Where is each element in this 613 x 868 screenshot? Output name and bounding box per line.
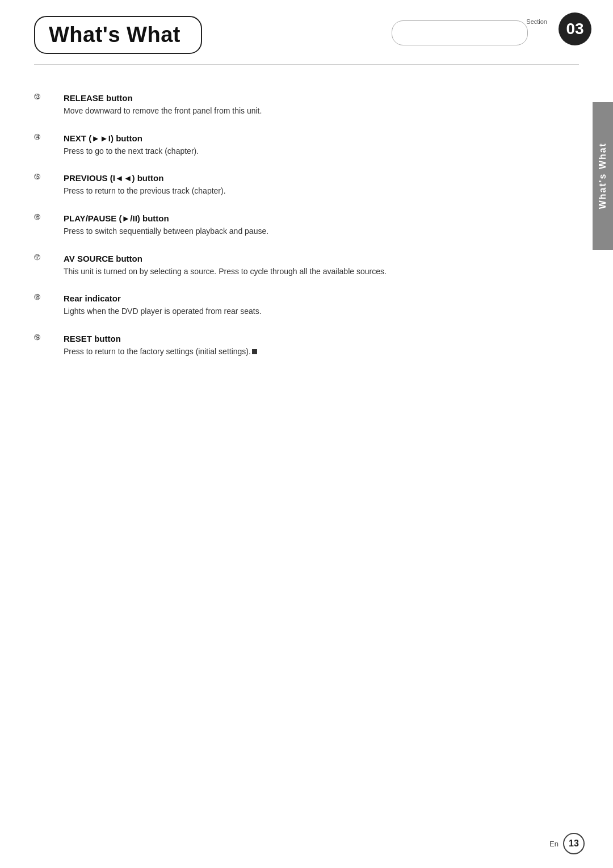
item-desc-15: Press to return to the previous track (c… [64, 185, 545, 198]
sidebar-tab: What's What [593, 102, 613, 250]
stop-square-icon [252, 349, 257, 354]
list-item: ⑬ RELEASE button Move downward to remove… [34, 93, 545, 118]
main-content: ⑬ RELEASE button Move downward to remove… [0, 70, 613, 397]
item-content-13: RELEASE button Move downward to remove t… [64, 93, 545, 118]
list-item: ⑱ Rear indicator Lights when the DVD pla… [34, 293, 545, 318]
item-desc-16: Press to switch sequentially between pla… [64, 225, 545, 238]
list-item: ⑲ RESET button Press to return to the fa… [34, 334, 545, 358]
item-title-16: PLAY/PAUSE (►/II) button [64, 213, 545, 223]
item-desc-13: Move downward to remove the front panel … [64, 105, 545, 118]
item-number-15: ⑮ [34, 173, 64, 183]
sidebar-tab-label: What's What [598, 142, 608, 209]
item-number-13: ⑬ [34, 93, 64, 103]
section-label: Section [526, 18, 547, 25]
item-content-19: RESET button Press to return to the fact… [64, 334, 545, 358]
item-title-15: PREVIOUS (I◄◄) button [64, 173, 545, 183]
item-content-15: PREVIOUS (I◄◄) button Press to return to… [64, 173, 545, 198]
list-item: ⑭ NEXT (►►I) button Press to go to the n… [34, 133, 545, 158]
item-desc-19: Press to return to the factory settings … [64, 346, 545, 358]
header-divider [34, 64, 579, 65]
item-content-14: NEXT (►►I) button Press to go to the nex… [64, 133, 545, 158]
page: What's What Section 03 What's What ⑬ REL… [0, 0, 613, 868]
item-content-17: AV SOURCE button This unit is turned on … [64, 254, 545, 278]
item-number-19: ⑲ [34, 334, 64, 343]
item-number-17: ⑰ [34, 254, 64, 263]
item-content-16: PLAY/PAUSE (►/II) button Press to switch… [64, 213, 545, 238]
title-box: What's What [34, 16, 202, 54]
item-title-18: Rear indicator [64, 293, 545, 303]
list-item: ⑰ AV SOURCE button This unit is turned o… [34, 254, 545, 278]
item-title-17: AV SOURCE button [64, 254, 545, 263]
item-desc-17: This unit is turned on by selecting a so… [64, 266, 545, 278]
footer-page-number: 13 [563, 833, 585, 854]
item-number-14: ⑭ [34, 133, 64, 143]
item-number-16: ⑯ [34, 213, 64, 223]
item-desc-18: Lights when the DVD player is operated f… [64, 305, 545, 318]
item-title-13: RELEASE button [64, 93, 545, 103]
footer-en-label: En [549, 840, 559, 848]
page-title: What's What [49, 23, 180, 47]
header: What's What Section 03 [0, 0, 613, 54]
item-number-18: ⑱ [34, 293, 64, 303]
item-title-19: RESET button [64, 334, 545, 343]
item-title-14: NEXT (►►I) button [64, 133, 545, 143]
item-content-18: Rear indicator Lights when the DVD playe… [64, 293, 545, 318]
list-item: ⑮ PREVIOUS (I◄◄) button Press to return … [34, 173, 545, 198]
footer: En 13 [549, 833, 585, 854]
list-item: ⑯ PLAY/PAUSE (►/II) button Press to swit… [34, 213, 545, 238]
section-outline-box [392, 20, 528, 45]
item-desc-14: Press to go to the next track (chapter). [64, 145, 545, 158]
section-number: 03 [559, 12, 591, 45]
